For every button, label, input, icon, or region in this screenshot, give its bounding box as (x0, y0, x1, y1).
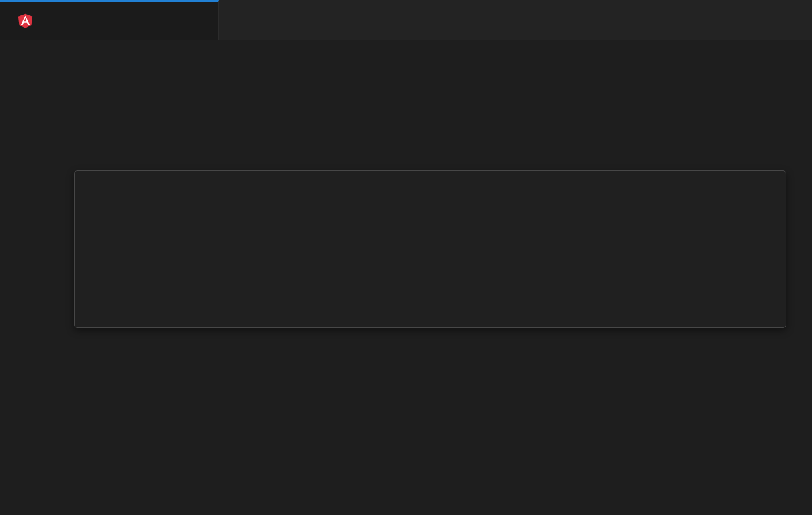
angular-icon (17, 13, 34, 29)
hover-popup (74, 170, 786, 328)
vscode-window (0, 0, 812, 515)
tab-products-module-ts[interactable] (0, 0, 219, 40)
breadcrumb (0, 40, 812, 66)
editor-surface[interactable] (0, 66, 812, 515)
tab-bar (0, 0, 812, 40)
